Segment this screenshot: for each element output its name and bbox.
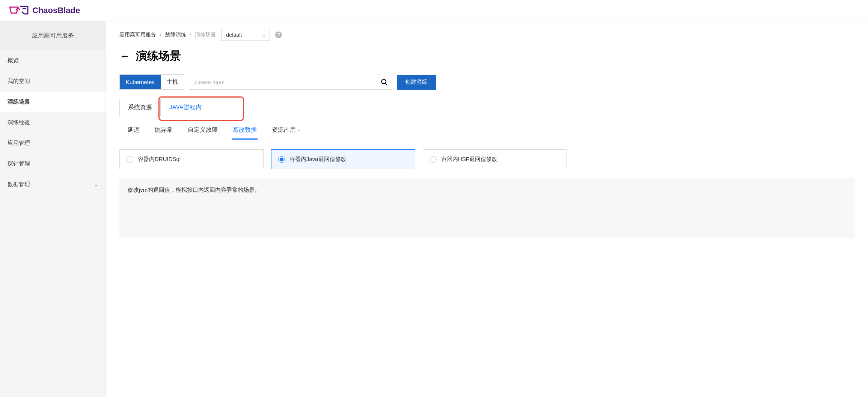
chevron-down-icon: ⌄: [297, 128, 301, 132]
namespace-select-value: default: [226, 32, 242, 38]
radio-icon: [127, 156, 133, 163]
main-content: 应用高可用服务 / 故障演练 / 演练场景 default ⌄ ? ← 演练场景…: [106, 21, 868, 397]
sidebar-item[interactable]: 演练经验: [0, 112, 105, 133]
sub-tab-label: 篡改数据: [233, 126, 257, 134]
sidebar-item[interactable]: 应用管理: [0, 133, 105, 153]
option-card[interactable]: 容器内HSF返回值修改: [423, 149, 567, 169]
search-button[interactable]: [377, 75, 392, 89]
sidebar-item-label: 概览: [8, 57, 19, 64]
env-tab-kubernetes[interactable]: Kubernetes: [120, 75, 161, 89]
option-card[interactable]: 容器内Java返回值修改: [271, 149, 415, 169]
option-card-label: 容器内DRUIDSql: [138, 156, 181, 163]
back-arrow-icon[interactable]: ←: [119, 50, 130, 62]
sidebar-header: 应用高可用服务: [0, 21, 105, 50]
page-title-row: ← 演练场景: [119, 48, 854, 64]
option-card-label: 容器内Java返回值修改: [289, 156, 347, 163]
radio-icon: [430, 156, 437, 163]
create-drill-button[interactable]: 创建演练: [397, 75, 436, 90]
search-icon: [381, 78, 388, 86]
toolbar: Kubernetes 主机 创建演练: [119, 74, 854, 90]
breadcrumb-item-1[interactable]: 故障演练: [165, 32, 186, 38]
radio-icon: [278, 156, 285, 163]
sidebar-item-label: 应用管理: [8, 140, 30, 147]
sub-tab-label: 延迟: [128, 126, 140, 134]
sidebar-item-label: 探针管理: [8, 160, 30, 167]
sub-tabs: 延迟抛异常自定义故障篡改数据资源占用⌄: [119, 123, 854, 140]
category-tabs: 系统资源 JAVA进程内: [119, 99, 210, 116]
sub-tab[interactable]: 自定义故障: [187, 123, 219, 140]
sidebar-item-label: 演练场景: [8, 98, 30, 105]
sidebar-item-label: 演练经验: [8, 119, 30, 126]
logo-text: ChaosBlade: [32, 6, 80, 15]
breadcrumb-sep: /: [188, 32, 194, 38]
page-title: 演练场景: [136, 48, 181, 64]
category-tab-system[interactable]: 系统资源: [119, 99, 161, 116]
search-input[interactable]: [189, 75, 377, 89]
sidebar-item[interactable]: 演练场景: [0, 92, 105, 112]
svg-point-0: [382, 79, 386, 84]
breadcrumb: 应用高可用服务 / 故障演练 / 演练场景: [119, 32, 216, 38]
sidebar-item[interactable]: 我的空间: [0, 71, 105, 92]
namespace-select[interactable]: default ⌄: [221, 29, 270, 41]
help-icon[interactable]: ?: [275, 32, 282, 38]
description-box: 修改jvm的返回值，模拟接口内返回内容异常的场景。: [119, 178, 854, 238]
breadcrumb-sep: /: [158, 32, 164, 38]
option-card[interactable]: 容器内DRUIDSql: [119, 149, 264, 169]
sidebar-item[interactable]: 数据管理⌄: [0, 174, 105, 195]
category-tab-java[interactable]: JAVA进程内: [161, 99, 210, 116]
sub-tab[interactable]: 篡改数据: [232, 123, 258, 140]
chevron-down-icon: ⌄: [262, 32, 266, 38]
sidebar-item-label: 我的空间: [8, 78, 30, 85]
breadcrumb-item-2: 演练场景: [195, 32, 216, 38]
sub-tab[interactable]: 抛异常: [154, 123, 173, 140]
chevron-down-icon: ⌄: [94, 182, 98, 187]
app-header: ChaosBlade: [0, 0, 868, 21]
sub-tab[interactable]: 资源占用⌄: [271, 123, 301, 140]
chaosblade-logo-icon: [9, 5, 29, 17]
env-tab-group: Kubernetes 主机: [119, 74, 184, 90]
breadcrumb-row: 应用高可用服务 / 故障演练 / 演练场景 default ⌄ ?: [119, 29, 854, 41]
sidebar-item[interactable]: 探针管理: [0, 153, 105, 174]
search-box: [189, 75, 392, 90]
sidebar: 应用高可用服务 概览我的空间演练场景演练经验应用管理探针管理数据管理⌄: [0, 21, 106, 397]
sidebar-item-label: 数据管理: [8, 181, 30, 188]
sub-tab[interactable]: 延迟: [127, 123, 140, 140]
svg-line-1: [386, 83, 387, 84]
breadcrumb-item-0[interactable]: 应用高可用服务: [119, 32, 156, 38]
env-tab-host[interactable]: 主机: [161, 75, 184, 89]
sub-tab-label: 资源占用: [272, 126, 296, 134]
sub-tab-label: 自定义故障: [188, 126, 218, 134]
sub-tab-label: 抛异常: [155, 126, 173, 134]
logo[interactable]: ChaosBlade: [9, 5, 80, 17]
option-card-label: 容器内HSF返回值修改: [441, 156, 497, 163]
option-cards-row: 容器内DRUIDSql容器内Java返回值修改容器内HSF返回值修改: [119, 149, 854, 169]
sidebar-item[interactable]: 概览: [0, 50, 105, 71]
